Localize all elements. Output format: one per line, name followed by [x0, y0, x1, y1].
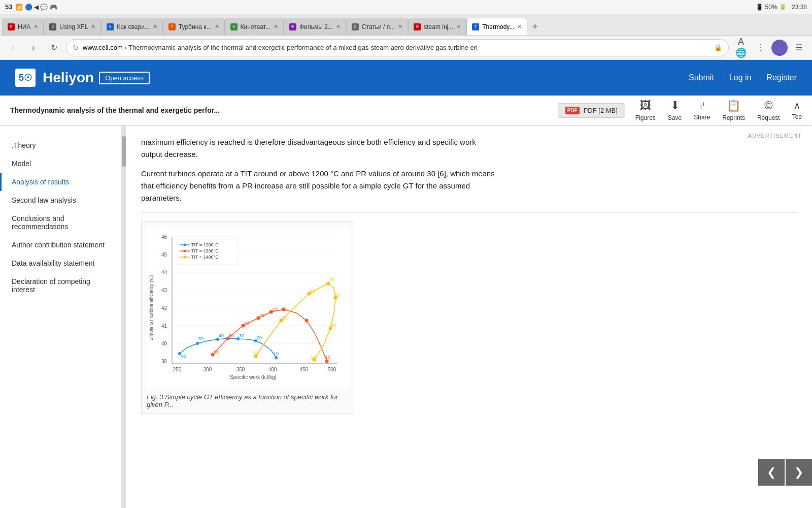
refresh-button[interactable]: ↻	[46, 40, 62, 56]
tab-label-stati: Статьи / п...	[362, 23, 395, 30]
sidebar-item-declaration[interactable]: Declaration of competing interest	[0, 272, 121, 299]
heliyon-nav: Submit Log in Register	[689, 73, 797, 82]
pdf-label: PDF [2 MB]	[584, 107, 618, 114]
tab-close-thermo[interactable]: ✕	[517, 23, 522, 30]
svg-text:40: 40	[310, 289, 315, 294]
forward-button[interactable]: ›	[25, 40, 42, 56]
login-link[interactable]: Log in	[729, 73, 752, 82]
tab-close-stati[interactable]: ✕	[398, 23, 402, 30]
save-icon: ⬇	[670, 99, 680, 112]
svg-text:38: 38	[161, 359, 167, 364]
pdf-icon: PDF	[565, 107, 580, 114]
sidebar-item-data[interactable]: Data availability statement	[0, 254, 121, 272]
tab-favicon-stati: С	[352, 23, 359, 30]
tab-close-kino[interactable]: ✕	[274, 23, 278, 30]
next-page-arrow[interactable]: ❯	[786, 459, 812, 486]
svg-text:TIT = 1400°C: TIT = 1400°C	[191, 255, 219, 260]
heliyon-header: 5☉ Heliyon Open access Submit Log in Reg…	[0, 60, 812, 96]
sidebar-item-data-label: Data availability statement	[12, 259, 94, 267]
pdf-download-button[interactable]: PDF PDF [2 MB]	[558, 103, 625, 118]
sidebar-item-model[interactable]: Model	[0, 154, 121, 173]
figures-action[interactable]: 🖼 Figures	[635, 99, 656, 121]
heliyon-logo-text[interactable]: Heliyon	[43, 70, 94, 86]
reprints-action[interactable]: 📋 Reprints	[722, 99, 745, 121]
tab-favicon-nia: Я	[8, 23, 15, 30]
prev-page-arrow[interactable]: ❮	[758, 459, 785, 486]
tab-nia[interactable]: Я НИА ✕	[2, 18, 44, 35]
translate-button[interactable]: A🌐	[733, 40, 749, 56]
save-action[interactable]: ⬇ Save	[668, 99, 682, 121]
save-label: Save	[668, 114, 682, 121]
top-action[interactable]: ∧ Top	[792, 100, 802, 120]
new-tab-button[interactable]: +	[527, 18, 543, 35]
time: 23:38	[792, 4, 807, 11]
tab-bar: Я НИА ✕ X Using XFL ✕ К Как свари... ✕ Т…	[0, 14, 812, 36]
tab-turbina[interactable]: Т Турбина к... ✕	[163, 18, 225, 35]
share-label: Share	[694, 114, 710, 121]
profile-avatar[interactable]	[771, 40, 788, 56]
tab-thermo[interactable]: T Thermody... ✕	[466, 18, 527, 35]
tab-xfl[interactable]: X Using XFL ✕	[44, 18, 101, 35]
nav-bar: ‹ › ↻ ↻ www.cell.com › Thermodynamic ana…	[0, 36, 812, 60]
article-body: maximum efficiency is reached is therefo…	[126, 126, 812, 508]
tab-svar[interactable]: К Как свари... ✕	[101, 18, 163, 35]
tab-close-svar[interactable]: ✕	[153, 23, 157, 30]
tab-close-steam[interactable]: ✕	[456, 23, 461, 30]
menu-dots-button[interactable]: ⋮	[752, 40, 768, 56]
svg-point-27	[196, 342, 199, 345]
tab-label-kino: Кинотеат...	[241, 23, 270, 30]
svg-point-43	[282, 308, 286, 311]
tab-close-turbina[interactable]: ✕	[215, 23, 219, 30]
tab-label-xfl: Using XFL	[59, 23, 88, 30]
figures-icon: 🖼	[640, 99, 651, 112]
svg-text:60: 60	[181, 354, 186, 359]
tab-steam[interactable]: Я steam inj... ✕	[408, 18, 466, 35]
scroll-track[interactable]	[122, 126, 126, 508]
svg-text:500: 500	[328, 367, 336, 372]
tab-close-films[interactable]: ✕	[336, 23, 341, 30]
tab-films[interactable]: Ф Фильмы 2... ✕	[284, 18, 346, 35]
tab-favicon-steam: Я	[414, 23, 421, 30]
article-text: maximum efficiency is reached is therefo…	[141, 136, 496, 204]
sidebar-item-conclusions[interactable]: Conclusions and recommendations	[0, 209, 121, 236]
tab-label-steam: steam inj...	[424, 23, 453, 30]
url-bar[interactable]: ↻ www.cell.com › Thermodynamic analysis …	[66, 39, 729, 56]
reprints-label: Reprints	[722, 114, 745, 121]
svg-point-74	[184, 256, 186, 259]
sidebar-item-author[interactable]: Author contribution statement	[0, 236, 121, 254]
svg-text:300: 300	[204, 367, 212, 372]
sidebar-item-second-law[interactable]: Second law analysis	[0, 191, 121, 209]
reprints-icon: 📋	[727, 99, 740, 112]
sidebar-item-analysis[interactable]: Analysis of results	[0, 173, 121, 191]
sidebar-item-model-label: Model	[12, 160, 31, 168]
sidebar-item-theory[interactable]: .Theory	[0, 136, 121, 154]
article-paragraph-2: Current turbines operate at a TIT around…	[141, 168, 496, 204]
svg-text:50: 50	[282, 315, 287, 321]
svg-point-68	[184, 244, 186, 246]
tab-count[interactable]: 53	[5, 3, 12, 11]
sidebar: .Theory Model Analysis of results Second…	[0, 126, 122, 508]
article-divider	[141, 212, 797, 213]
share-action[interactable]: ⑂ Share	[694, 100, 710, 121]
svg-text:TIT = 1300°C: TIT = 1300°C	[191, 248, 219, 253]
battery-percent: 📱 50% 🔋	[756, 4, 787, 11]
register-link[interactable]: Register	[766, 73, 797, 82]
submit-link[interactable]: Submit	[689, 73, 714, 82]
svg-text:60: 60	[253, 351, 258, 356]
svg-text:Simple GT turbine efficiency (: Simple GT turbine efficiency (%)	[149, 275, 154, 341]
svg-text:10: 10	[325, 355, 330, 360]
tab-close-nia[interactable]: ✕	[33, 23, 38, 30]
request-action[interactable]: © Request	[757, 99, 780, 121]
tab-label-nia: НИА	[18, 23, 30, 30]
tab-close-xfl[interactable]: ✕	[91, 23, 95, 30]
tab-kino[interactable]: К Кинотеат... ✕	[225, 18, 284, 35]
svg-text:30: 30	[259, 313, 264, 318]
scroll-thumb[interactable]	[122, 136, 126, 167]
svg-text:20: 20	[334, 293, 340, 298]
back-button[interactable]: ‹	[5, 40, 21, 56]
tab-stati[interactable]: С Статьи / п... ✕	[346, 18, 408, 35]
sidebar-item-author-label: Author contribution statement	[12, 241, 105, 249]
tab-favicon-kino: К	[230, 23, 238, 30]
hamburger-menu-button[interactable]: ☰	[791, 40, 807, 56]
figures-label: Figures	[635, 114, 656, 121]
